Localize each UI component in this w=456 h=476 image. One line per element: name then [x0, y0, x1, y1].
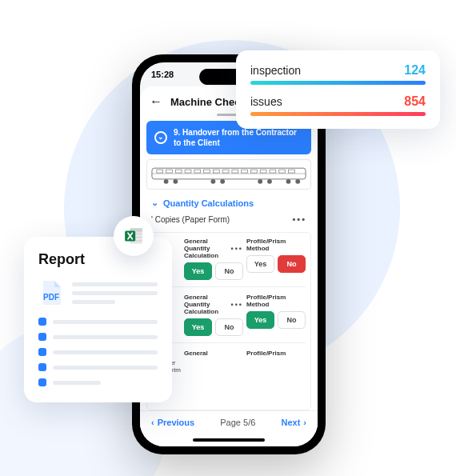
svg-rect-22 [279, 170, 286, 173]
col-header: Profile/Prism [246, 350, 286, 357]
home-indicator[interactable] [193, 438, 265, 442]
item-label: ' Copies (Paper Form) [151, 215, 230, 224]
progress-bar-inspection [250, 81, 426, 85]
no-button[interactable]: No [278, 311, 306, 329]
no-button[interactable]: No [215, 318, 243, 336]
svg-rect-12 [185, 170, 191, 173]
col-header: General [184, 350, 208, 357]
svg-rect-13 [194, 170, 201, 173]
subsection-title: Quantity Calculations [163, 198, 254, 208]
no-button[interactable]: No [215, 262, 243, 280]
list-item[interactable]: ' Copies (Paper Form) ••• [140, 211, 318, 227]
yes-button[interactable]: Yes [246, 255, 274, 273]
prev-button[interactable]: ‹ Previous [151, 418, 194, 427]
page-indicator: Page 5/6 [220, 418, 255, 427]
chevron-right-icon: › [303, 418, 306, 427]
svg-point-26 [210, 179, 215, 184]
svg-rect-23 [288, 170, 294, 173]
placeholder-lines [72, 282, 158, 304]
pager: ‹ Previous Page 5/6 Next › [140, 410, 318, 434]
stat-value-issues: 854 [404, 94, 426, 109]
chevron-left-icon: ‹ [151, 418, 154, 427]
stats-card: inspection 124 issues 854 [236, 50, 440, 129]
svg-rect-15 [213, 170, 219, 173]
svg-point-24 [164, 179, 169, 184]
svg-rect-16 [222, 170, 229, 173]
col-header: Profile/Prism Method [246, 294, 306, 308]
progress-bar-issues [250, 112, 426, 116]
no-button[interactable]: No [278, 255, 306, 273]
col-header: General Quantity Calculation [184, 294, 231, 315]
yes-button[interactable]: Yes [184, 262, 212, 280]
subsection-toggle[interactable]: ⌄ Quantity Calculations [140, 194, 318, 211]
svg-rect-11 [175, 170, 182, 173]
back-button[interactable]: ← [150, 94, 162, 109]
banner-text: 9. Handover from the Contractor to the C… [174, 127, 303, 148]
stat-value-inspection: 124 [404, 63, 426, 78]
svg-point-25 [173, 179, 178, 184]
svg-point-28 [258, 179, 262, 184]
svg-rect-19 [250, 170, 257, 173]
report-card: Report PDF [24, 237, 172, 402]
svg-rect-17 [232, 170, 238, 173]
svg-rect-20 [260, 170, 266, 173]
stat-label-issues: issues [250, 95, 282, 108]
clock: 15:28 [151, 70, 174, 79]
excel-icon [123, 226, 144, 246]
more-icon[interactable]: ••• [231, 245, 243, 253]
chevron-down-icon: ⌄ [151, 198, 158, 208]
col-header: Profile/Prism Method [246, 238, 306, 252]
svg-point-27 [220, 179, 225, 184]
svg-text:PDF: PDF [43, 293, 59, 302]
svg-rect-14 [204, 170, 210, 173]
svg-point-31 [295, 179, 300, 184]
svg-rect-21 [270, 170, 276, 173]
svg-point-29 [267, 179, 272, 184]
train-illustration [146, 159, 311, 190]
pdf-icon: PDF [38, 279, 64, 306]
stat-label-inspection: inspection [250, 64, 301, 77]
svg-rect-9 [157, 170, 163, 173]
col-header: General Quantity Calculation [184, 238, 231, 259]
excel-badge[interactable] [114, 216, 154, 256]
svg-point-30 [286, 179, 291, 184]
yes-button[interactable]: Yes [246, 311, 274, 329]
next-button[interactable]: Next › [281, 418, 306, 427]
svg-rect-18 [242, 170, 248, 173]
bullet-list [38, 318, 158, 386]
more-icon[interactable]: ••• [231, 301, 243, 309]
svg-rect-10 [166, 170, 173, 173]
more-icon[interactable]: ••• [292, 214, 306, 224]
yes-button[interactable]: Yes [184, 318, 212, 336]
chevron-down-icon: ⌄ [154, 131, 167, 144]
screen-title: Machine Check [170, 96, 246, 108]
